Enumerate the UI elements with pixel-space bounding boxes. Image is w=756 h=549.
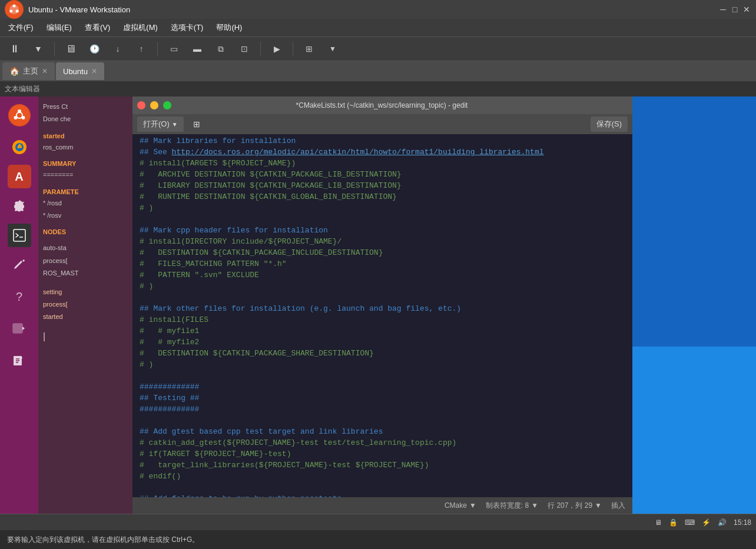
sidebar-icon-video[interactable] <box>5 314 34 342</box>
right-panel <box>632 97 756 514</box>
tab-home-close[interactable]: ✕ <box>42 67 48 75</box>
vm-statusbar-right: 🖥 🔒 ⌨ ⚡ 🔊 15:18 <box>655 518 751 527</box>
code-line-14: # ) <box>132 282 632 293</box>
svg-rect-12 <box>13 324 22 333</box>
unity-button[interactable]: ▬ <box>187 39 207 58</box>
console-button[interactable]: ▶ <box>267 39 287 58</box>
code-line-2: ## See http://docs.ros.org/melodic/api/c… <box>132 148 632 159</box>
code-text: # install(FILES <box>132 315 215 327</box>
svg-point-7 <box>16 112 22 118</box>
code-editor[interactable]: ## Mark libraries for installation ## Se… <box>132 134 632 497</box>
code-text: # # myfile2 <box>132 338 206 349</box>
content-item-highlight: process[ <box>43 299 128 310</box>
snapshot-button[interactable]: 🕐 <box>84 39 104 58</box>
content-item: * /rosd <box>43 198 128 209</box>
position-label: 行 207，列 29 <box>548 501 592 511</box>
tab-ubuntu-close[interactable]: ✕ <box>91 67 97 75</box>
content-item: auto-sta <box>43 242 128 254</box>
editor-close-button[interactable] <box>137 101 145 109</box>
sidebar: A ? <box>0 97 38 514</box>
editor-statusbar: CMake ▼ 制表符宽度: 8 ▼ 行 207，列 29 ▼ 插入 <box>132 497 632 514</box>
content-section-6: auto-sta process[ ROS_MAST <box>43 242 128 279</box>
editor-minimize-button[interactable] <box>150 101 158 109</box>
tab-ubuntu[interactable]: Ubuntu ✕ <box>56 62 104 80</box>
code-line-18: # # myfile1 <box>132 327 632 338</box>
menu-view[interactable]: 查看(V) <box>79 20 116 35</box>
settings-button[interactable]: ⊞ <box>299 39 319 58</box>
tab-width-dropdown-icon: ▼ <box>531 501 538 510</box>
custom-button1[interactable]: ⧉ <box>211 39 231 58</box>
maximize-button[interactable]: □ <box>730 5 740 14</box>
statusbar-tab-width[interactable]: 制表符宽度: 8 ▼ <box>486 501 538 511</box>
code-line-23: ############# <box>132 382 632 394</box>
code-text: # # myfile1 <box>132 327 206 338</box>
vm-lock-icon: 🔒 <box>669 518 678 527</box>
screen-button[interactable]: 🖥 <box>61 39 81 58</box>
power-button[interactable]: ▼ <box>28 39 48 58</box>
language-dropdown-icon: ▼ <box>469 501 476 510</box>
close-button[interactable]: ✕ <box>742 5 751 14</box>
title-bar: Ubuntu - VMware Workstation ─ □ ✕ <box>0 0 756 19</box>
language-label: CMake <box>445 501 467 510</box>
resume-button[interactable]: ↑ <box>131 39 151 58</box>
code-text <box>132 483 151 494</box>
tab-home-label: 主页 <box>23 66 38 76</box>
open-button[interactable]: 打开(O) ▼ <box>137 117 184 132</box>
code-line-13: # PATTERN ".svn" EXCLUDE <box>132 271 632 282</box>
section-title: SUMMARY <box>43 160 128 167</box>
toolbar-secondary-button[interactable]: ⊞ <box>188 117 205 131</box>
code-line-21: # ) <box>132 360 632 371</box>
minimize-button[interactable]: ─ <box>718 5 728 14</box>
code-text: ## See http://docs.ros.org/melodic/api/c… <box>132 148 551 159</box>
editor-toolbar: 打开(O) ▼ ⊞ 保存(S) <box>132 114 632 134</box>
code-line-11: # DESTINATION ${CATKIN_PACKAGE_INCLUDE_D… <box>132 248 632 259</box>
code-text: # if(TARGET ${PROJECT_NAME}-test) <box>132 450 298 461</box>
code-text: ## Add gtest based cpp test target and l… <box>132 427 390 438</box>
toolbar-sep-2 <box>157 42 158 56</box>
content-section-2: started ros_comm <box>43 132 128 153</box>
content-item: ROS_MAST <box>43 268 128 279</box>
menu-edit[interactable]: 编辑(E) <box>41 20 78 35</box>
code-line-15 <box>132 293 632 304</box>
code-text: # endif() <box>132 472 188 483</box>
suspend-button[interactable]: ↓ <box>108 39 128 58</box>
sidebar-icon-files[interactable] <box>5 346 34 374</box>
sidebar-icon-firefox[interactable] <box>5 133 34 161</box>
code-line-9: ## Mark cpp header files for installatio… <box>132 226 632 237</box>
statusbar-mode[interactable]: 插入 <box>611 501 625 511</box>
statusbar-position[interactable]: 行 207，列 29 ▼ <box>548 501 602 511</box>
sidebar-icon-a[interactable]: A <box>8 165 31 188</box>
cursor-blink: | <box>43 331 45 342</box>
save-button[interactable]: 保存(S) <box>591 117 628 132</box>
menu-file[interactable]: 文件(F) <box>2 20 39 35</box>
window-controls: ─ □ ✕ <box>718 5 751 14</box>
code-text: ############# <box>132 405 206 416</box>
sidebar-icon-settings[interactable] <box>5 192 34 220</box>
full-screen-button[interactable]: ▭ <box>164 39 184 58</box>
tab-home[interactable]: 🏠 主页 ✕ <box>2 62 55 80</box>
menu-help[interactable]: 帮助(H) <box>210 20 248 35</box>
code-line-26 <box>132 416 632 427</box>
right-panel-bottom <box>632 347 756 514</box>
menu-tab[interactable]: 选项卡(T) <box>165 20 210 35</box>
menu-vm[interactable]: 虚拟机(M) <box>117 20 164 35</box>
content-item-highlight: started <box>43 311 128 322</box>
pause-button[interactable]: ⏸ <box>5 39 25 58</box>
svg-point-3 <box>9 10 12 13</box>
sidebar-icon-ubuntu[interactable] <box>5 101 34 129</box>
dropdown-button[interactable]: ▼ <box>323 39 343 58</box>
content-item: Press Ct <box>43 101 128 112</box>
code-line-4: # ARCHIVE DESTINATION ${CATKIN_PACKAGE_L… <box>132 170 632 181</box>
statusbar-language[interactable]: CMake ▼ <box>445 501 476 510</box>
bottom-bar: 要将输入定向到该虚拟机，请在虚拟机内部单击或按 Ctrl+G。 <box>0 530 756 549</box>
custom-button2[interactable]: ⊡ <box>234 39 254 58</box>
sidebar-icon-terminal[interactable] <box>8 224 31 247</box>
svg-rect-10 <box>14 229 25 241</box>
code-line-27: ## Add gtest based cpp test target and l… <box>132 427 632 438</box>
editor-maximize-button[interactable] <box>163 101 171 109</box>
sidebar-icon-edit[interactable] <box>5 251 34 279</box>
sidebar-icon-help[interactable]: ? <box>5 282 34 311</box>
svg-point-2 <box>16 10 19 13</box>
open-dropdown-icon: ▼ <box>172 121 178 128</box>
code-line-16: ## Mark other files for installation (e.… <box>132 304 632 315</box>
